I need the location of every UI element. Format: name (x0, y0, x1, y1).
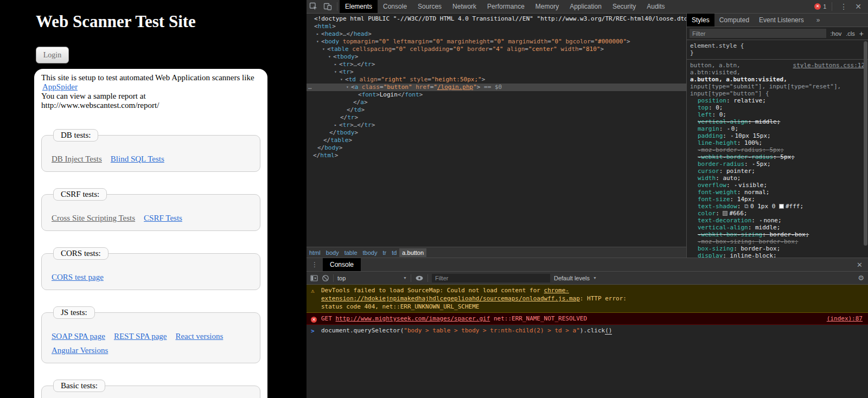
devtools-close-icon[interactable]: ✕ (853, 2, 864, 11)
tab-sources[interactable]: Sources (412, 0, 447, 13)
stylesheet-source-link[interactable]: style-buttons.css:12 (793, 62, 865, 69)
tab-event-listeners[interactable]: Event Listeners (754, 14, 809, 27)
test-link[interactable]: Blind SQL Tests (111, 155, 164, 163)
drawer-menu-icon[interactable]: ⋮ (307, 261, 323, 268)
css-property[interactable]: color: #666; (690, 210, 865, 217)
expand-arrow-down-icon[interactable]: ▾ (316, 38, 321, 46)
expand-arrow-down-icon[interactable]: ▾ (334, 68, 339, 76)
dom-tree-line[interactable]: </body> (307, 144, 686, 152)
live-expression-eye-icon[interactable] (415, 275, 424, 281)
expand-arrow-right-icon[interactable]: ▸ (334, 61, 339, 68)
dom-tree-line[interactable]: </a> (307, 99, 686, 106)
dom-tree-line[interactable]: ▾<table cellspacing="0" cellpadding="0" … (307, 46, 686, 53)
css-property[interactable]: font-weight: normal; (690, 189, 865, 196)
breadcrumb-body[interactable]: body (323, 248, 342, 257)
tab-performance[interactable]: Performance (482, 0, 530, 13)
dom-tree-line-selected[interactable]: …▾<a class="button" href="/login.php"> =… (307, 84, 686, 91)
css-property[interactable]: line-height: 100%; (690, 139, 865, 146)
tab-audits[interactable]: Audits (641, 0, 670, 13)
css-property[interactable]: cursor: pointer; (690, 168, 865, 175)
css-property[interactable]: overflow: ▸visible; (690, 182, 865, 189)
tab-computed[interactable]: Computed (714, 14, 754, 27)
dom-tree-line[interactable]: <html> (307, 23, 686, 30)
console-filter-input[interactable] (432, 274, 550, 283)
color-swatch[interactable] (779, 204, 784, 209)
expand-arrow-right-icon[interactable]: ▸ (751, 162, 756, 166)
tab-elements[interactable]: Elements (340, 0, 378, 13)
tab-application[interactable]: Application (564, 0, 607, 13)
dom-tree-line[interactable]: </html> (307, 152, 686, 159)
inspect-element-icon[interactable] (307, 0, 321, 13)
sidebar-tabs-overflow-icon[interactable]: » (816, 16, 820, 24)
breadcrumb-html[interactable]: html (307, 248, 323, 257)
expand-arrow-down-icon[interactable]: ▾ (346, 84, 351, 91)
css-property[interactable]: border-radius: ▸5px; (690, 161, 865, 168)
clear-console-icon[interactable] (322, 274, 329, 282)
test-link[interactable]: React versions (175, 332, 223, 341)
dom-tree-line[interactable]: ▾<body topmargin="0" leftmargin="0" marg… (307, 38, 686, 46)
css-property[interactable]: padding: ▸10px 15px; (690, 132, 865, 139)
console-settings-gear-icon[interactable]: ⚙ (858, 274, 864, 282)
javascript-context-dropdown[interactable]: top ▼ (337, 275, 407, 281)
dom-tree-line[interactable]: ▾<td align="right" style="height:50px;"> (307, 76, 686, 84)
console-message-warning[interactable]: ⚠DevTools failed to load SourceMap: Coul… (307, 285, 868, 313)
css-property[interactable]: box-sizing: border-box; (690, 245, 865, 252)
css-property[interactable]: -moz-box-sizing: border-box; (690, 238, 865, 245)
devtools-menu-icon[interactable]: ⋮ (838, 2, 850, 11)
breadcrumb-a.button[interactable]: a.button (399, 248, 426, 257)
expand-arrow-down-icon[interactable]: ▾ (340, 76, 345, 84)
css-property[interactable]: width: auto; (690, 175, 865, 182)
console-sidebar-icon[interactable] (310, 274, 318, 282)
dom-tree-line[interactable]: </table> (307, 137, 686, 144)
breadcrumb-table[interactable]: table (342, 248, 360, 257)
dom-tree-line[interactable]: ▾<tbody> (307, 53, 686, 61)
toggle-class-button[interactable]: .cls (846, 30, 855, 37)
breadcrumb-tbody[interactable]: tbody (360, 248, 380, 257)
css-property[interactable]: font-size: 14px; (690, 196, 865, 203)
line-options-icon[interactable]: … (308, 84, 312, 91)
log-levels-dropdown[interactable]: Default levels ▼ (554, 275, 597, 281)
color-swatch[interactable] (723, 211, 727, 216)
expand-arrow-right-icon[interactable]: ▸ (334, 121, 339, 129)
css-property[interactable]: top: 0; (690, 104, 865, 111)
dom-tree-line[interactable]: </td> (307, 106, 686, 114)
dom-tree-line[interactable]: ▾<tr> (307, 68, 686, 76)
css-property[interactable]: margin: ▸0; (690, 125, 865, 132)
expand-arrow-right-icon[interactable]: ▸ (726, 126, 731, 131)
css-property[interactable]: -moz-border-radius: 5px; (690, 146, 865, 153)
test-link[interactable]: Angular Versions (52, 346, 108, 355)
css-property[interactable]: -webkit-border-radius: 5px; (690, 153, 865, 161)
error-count-badge[interactable]: ✕ 1 (814, 3, 826, 10)
test-link[interactable]: SOAP SPA page (52, 332, 105, 341)
dom-tree-line[interactable]: </tr> (307, 114, 686, 121)
dom-tree-line[interactable]: <font>Login</font> (307, 91, 686, 99)
dom-tree-line[interactable]: </tbody> (307, 129, 686, 137)
new-style-rule-button[interactable]: + (859, 29, 865, 38)
appspider-link[interactable]: AppSpider (42, 82, 78, 91)
login-button[interactable]: Login (36, 47, 69, 63)
css-property[interactable]: text-decoration: ▸none; (690, 217, 865, 224)
dom-tree-line[interactable]: <!doctype html PUBLIC "-//W3C//DTD HTML … (307, 15, 686, 23)
styles-filter-input[interactable] (690, 29, 826, 38)
dom-tree-line[interactable]: ▸<tr>…</tr> (307, 61, 686, 68)
css-property[interactable]: vertical-align: middle; (690, 118, 865, 125)
tab-security[interactable]: Security (607, 0, 641, 13)
device-toolbar-icon[interactable] (321, 0, 335, 13)
test-link[interactable]: DB Inject Tests (52, 155, 102, 163)
dom-tree-line[interactable]: ▸<head>…</head> (307, 30, 686, 38)
test-link[interactable]: Cross Site Scripting Tests (52, 214, 135, 222)
dom-tree-line[interactable]: ▸<tr>…</tr> (307, 121, 686, 129)
toggle-hover-state-button[interactable]: :hov (831, 30, 842, 37)
shadow-editor-icon[interactable]: ⧉ (744, 203, 749, 210)
css-property[interactable]: -webkit-box-sizing: border-box; (690, 231, 865, 238)
breadcrumb-td[interactable]: td (389, 248, 399, 257)
expand-arrow-down-icon[interactable]: ▾ (328, 53, 333, 61)
css-property[interactable]: text-shadow: ⧉0 1px 0 #fff; (690, 203, 865, 210)
tab-memory[interactable]: Memory (530, 0, 564, 13)
test-link[interactable]: CSRF Tests (144, 214, 182, 222)
message-link[interactable]: http://www.mightyseek.com/images/spacer.… (336, 315, 490, 322)
expand-arrow-right-icon[interactable]: ▸ (316, 30, 321, 38)
expand-arrow-down-icon[interactable]: ▾ (322, 46, 327, 53)
css-property[interactable]: vertical-align: middle; (690, 224, 865, 231)
test-link[interactable]: REST SPA page (114, 332, 167, 341)
